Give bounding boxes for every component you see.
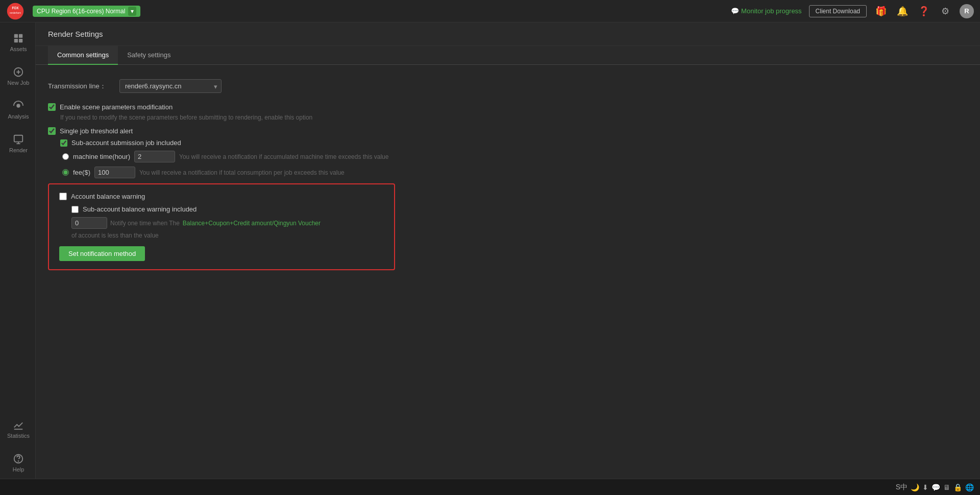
avatar[interactable]: R [960, 4, 974, 18]
enable-scene-hint: If you need to modify the scene paramete… [60, 114, 738, 121]
settings-body: Transmission line： render6.raysync.cn En… [36, 65, 750, 290]
svg-text:FOX: FOX [12, 6, 19, 10]
sidebar: Assets New Job Analysis Render Statistic… [0, 22, 36, 479]
balance-hint-highlight: Balance+Coupon+Credit amount/Qingyun Vou… [183, 220, 321, 227]
single-job-row: Single job threshold alert [48, 127, 738, 135]
topbar: FOX renderfarm CPU Region 6(16-cores) No… [0, 0, 980, 22]
cpu-badge-label: CPU Region 6(16-cores) Normal [37, 8, 125, 15]
taskbar-globe-icon[interactable]: 🌐 [965, 483, 974, 491]
transmission-line-row: Transmission line： render6.raysync.cn [48, 79, 738, 93]
machine-time-radio[interactable] [62, 153, 69, 160]
taskbar-chat-icon[interactable]: 💬 [932, 483, 940, 491]
machine-time-hint: You will receive a notification if accum… [179, 153, 388, 160]
single-job-label: Single job threshold alert [60, 127, 133, 135]
monitor-job-link[interactable]: 💬 Monitor job progress [731, 7, 802, 15]
balance-warning-box: Account balance warning Sub-account bala… [48, 183, 395, 270]
svg-point-16 [18, 461, 19, 461]
machine-time-input[interactable]: 2 [134, 151, 175, 162]
balance-warning-label: Account balance warning [71, 193, 145, 200]
taskbar-lock-icon[interactable]: 🔒 [953, 483, 962, 491]
sidebar-item-statistics-label: Statistics [7, 433, 30, 439]
enable-scene-checkbox[interactable] [48, 103, 56, 111]
sidebar-item-analysis[interactable]: Analysis [0, 94, 35, 126]
svg-rect-4 [19, 34, 22, 38]
cpu-dropdown-arrow[interactable]: ▾ [128, 7, 136, 16]
fees-radio[interactable] [62, 169, 69, 176]
sidebar-item-assets[interactable]: Assets [0, 27, 35, 58]
page-title: Render Settings [36, 22, 980, 46]
fees-row: fee($) 100 You will receive a notificati… [62, 167, 738, 178]
machine-time-row: machine time(hour) 2 You will receive a … [62, 151, 738, 162]
client-download-button[interactable]: Client Download [809, 5, 867, 17]
taskbar-download-icon[interactable]: ⬇ [922, 483, 928, 491]
sidebar-item-help-label: Help [13, 466, 24, 473]
monitor-icon: 💬 [731, 7, 739, 15]
settings-icon[interactable]: ⚙ [938, 4, 952, 18]
svg-rect-5 [14, 39, 18, 42]
topbar-right: 💬 Monitor job progress Client Download 🎁… [731, 4, 974, 18]
new-job-icon [13, 66, 24, 78]
taskbar-monitor-icon[interactable]: 🖥 [943, 483, 950, 491]
tabs-bar: Common settings Safety settings [36, 46, 980, 65]
svg-text:renderfarm: renderfarm [10, 12, 21, 14]
enable-scene-label: Enable scene parameters modification [60, 103, 173, 111]
transmission-select[interactable]: render6.raysync.cn [119, 79, 222, 93]
tab-common-settings[interactable]: Common settings [48, 46, 118, 65]
assets-icon [13, 33, 24, 44]
taskbar-input-icon[interactable]: S中 [896, 483, 908, 492]
balance-hint-post: of account is less than the value [71, 232, 159, 239]
svg-rect-3 [14, 34, 18, 38]
analysis-icon [13, 100, 24, 111]
monitor-label: Monitor job progress [741, 7, 802, 15]
render-icon [13, 134, 24, 145]
sidebar-item-render[interactable]: Render [0, 128, 35, 159]
balance-warning-checkbox[interactable] [59, 193, 67, 200]
cpu-badge[interactable]: CPU Region 6(16-cores) Normal ▾ [33, 6, 140, 17]
tab-safety-settings[interactable]: Safety settings [118, 46, 180, 65]
sub-account-label: Sub-account submission job included [71, 139, 181, 147]
statistics-icon [13, 419, 24, 431]
sub-account-row: Sub-account submission job included [60, 139, 738, 147]
single-job-checkbox[interactable] [48, 127, 56, 135]
fees-label: fee($) [73, 169, 90, 176]
balance-warning-row: Account balance warning [59, 193, 384, 200]
svg-point-0 [7, 3, 23, 19]
sub-balance-label: Sub-account balance warning included [83, 205, 197, 213]
sub-balance-row: Sub-account balance warning included [71, 205, 384, 213]
bell-icon[interactable]: 🔔 [895, 4, 910, 18]
sidebar-item-render-label: Render [9, 147, 28, 153]
svg-point-10 [16, 104, 20, 107]
sidebar-item-statistics[interactable]: Statistics [0, 413, 35, 445]
content-area: Render Settings Common settings Safety s… [36, 22, 980, 479]
fees-input[interactable]: 100 [94, 167, 135, 178]
logo-area: FOX renderfarm [6, 2, 24, 20]
help-icon[interactable]: ❓ [917, 4, 931, 18]
sidebar-item-new-job[interactable]: New Job [0, 60, 35, 92]
sub-balance-checkbox[interactable] [71, 206, 79, 213]
transmission-label: Transmission line： [48, 82, 114, 91]
svg-rect-11 [14, 135, 23, 142]
fees-hint: You will receive a notification if total… [139, 169, 345, 176]
sidebar-item-analysis-label: Analysis [8, 113, 29, 120]
gift-icon[interactable]: 🎁 [874, 4, 888, 18]
machine-time-label: machine time(hour) [73, 153, 130, 160]
main-layout: Assets New Job Analysis Render Statistic… [0, 22, 980, 479]
balance-input[interactable]: 0 [71, 217, 107, 229]
threshold-section: Sub-account submission job included mach… [60, 139, 738, 178]
taskbar: S中 🌙 ⬇ 💬 🖥 🔒 🌐 [0, 479, 980, 495]
enable-scene-row: Enable scene parameters modification [48, 103, 738, 111]
taskbar-moon-icon[interactable]: 🌙 [911, 483, 919, 491]
balance-input-row: 0 Notify one time when The Balance+Coupo… [71, 217, 384, 239]
fox-logo-icon: FOX renderfarm [6, 2, 24, 20]
sub-account-checkbox[interactable] [60, 139, 67, 147]
set-notification-button[interactable]: Set notification method [59, 246, 145, 261]
balance-hint-pre: Notify one time when The [110, 220, 180, 227]
sidebar-item-help[interactable]: Help [0, 447, 35, 479]
sidebar-item-assets-label: Assets [10, 46, 27, 52]
svg-rect-6 [19, 39, 22, 42]
transmission-select-wrapper: render6.raysync.cn [119, 79, 222, 93]
help-sidebar-icon [13, 453, 24, 464]
sidebar-item-new-job-label: New Job [8, 80, 30, 86]
